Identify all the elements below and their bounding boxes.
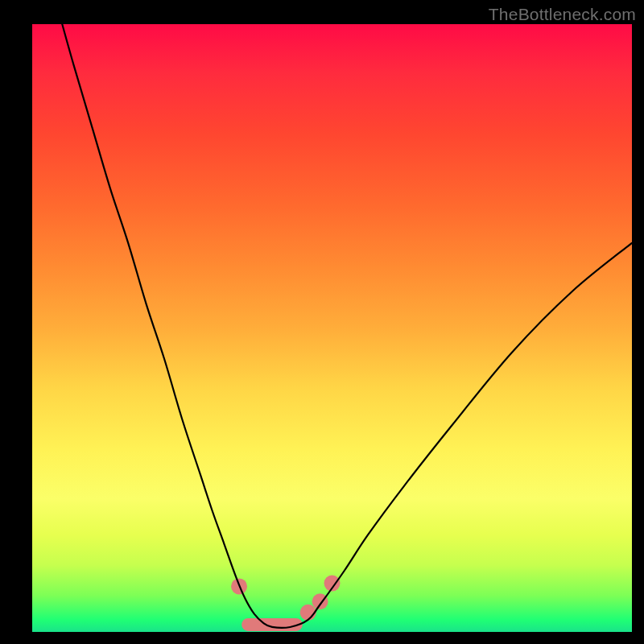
chart-frame: TheBottleneck.com bbox=[0, 0, 644, 644]
plot-area bbox=[32, 24, 632, 632]
curve-path bbox=[62, 24, 632, 628]
chart-svg bbox=[32, 24, 632, 632]
watermark-text: TheBottleneck.com bbox=[489, 5, 636, 24]
